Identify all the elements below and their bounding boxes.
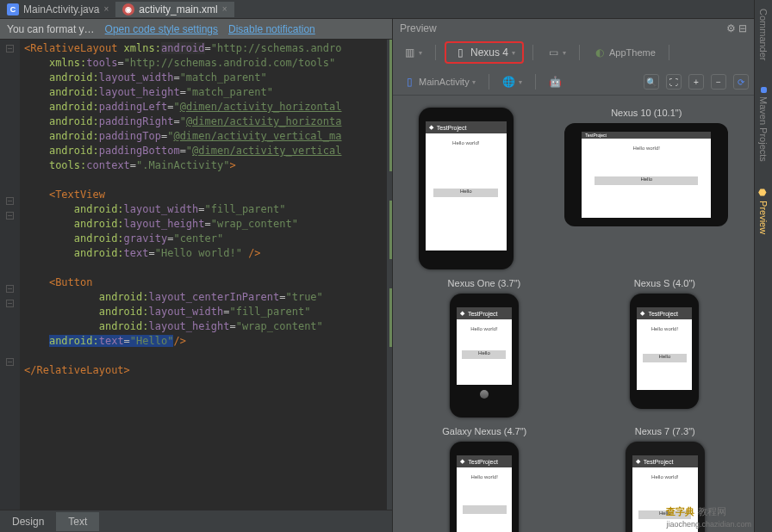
maven-icon bbox=[761, 87, 767, 93]
editor-bottom-tabs: Design Text bbox=[0, 510, 392, 532]
zoom-out-button[interactable]: − bbox=[711, 74, 726, 90]
zoom-actual-button[interactable]: 🔍 bbox=[644, 74, 659, 90]
activity-selector[interactable]: ▯MainActivity▾ bbox=[398, 72, 480, 91]
device-selector[interactable]: ▯ Nexus 4 ▾ bbox=[445, 41, 524, 64]
device-icon: ▯ bbox=[453, 46, 467, 59]
sidebar-item-maven[interactable]: Maven Projects bbox=[758, 87, 769, 162]
gear-icon[interactable]: ⚙ ⊟ bbox=[726, 22, 747, 34]
close-icon[interactable]: × bbox=[222, 4, 227, 14]
fold-icon[interactable] bbox=[6, 300, 14, 307]
preview-toolbar: ▥▾ ▯ Nexus 4 ▾ ▭▾ ◐AppTheme ▯MainActivit… bbox=[393, 38, 754, 96]
activity-icon: ▯ bbox=[402, 75, 416, 89]
android-version-button[interactable]: 🤖 bbox=[545, 72, 567, 91]
fold-icon[interactable] bbox=[6, 212, 14, 220]
editor-tabbar: C MainActivity.java × ◉ activity_main.xm… bbox=[0, 0, 754, 19]
format-notification-bar: You can format y… Open code style settin… bbox=[0, 19, 392, 40]
java-file-icon: C bbox=[7, 3, 19, 15]
tab-activitymain[interactable]: ◉ activity_main.xml × bbox=[115, 2, 233, 17]
sidebar-item-preview[interactable]: ⬣ Preview bbox=[758, 187, 769, 234]
device-preview-nexus4[interactable]: ◆TestProject Hello world! Hello bbox=[419, 108, 514, 269]
device-preview-nexus10[interactable]: Nexus 10 (10.1") TestProject Hello world… bbox=[564, 108, 728, 269]
tab-design[interactable]: Design bbox=[0, 512, 56, 531]
watermark: 查字典 教程网 jiaocheng.chazidian.com bbox=[666, 505, 751, 529]
orientation-icon: ▭ bbox=[546, 46, 560, 59]
home-button-icon bbox=[480, 390, 489, 399]
fold-icon[interactable] bbox=[6, 358, 14, 366]
fold-icon[interactable] bbox=[6, 197, 14, 205]
xml-file-icon: ◉ bbox=[122, 3, 134, 15]
chevron-down-icon: ▾ bbox=[512, 49, 515, 57]
fold-icon[interactable] bbox=[6, 45, 14, 53]
gutter bbox=[0, 40, 21, 510]
orientation-button[interactable]: ▭▾ bbox=[542, 43, 570, 62]
tab-text[interactable]: Text bbox=[56, 512, 99, 531]
zoom-fit-button[interactable]: ⛶ bbox=[666, 74, 682, 90]
fold-icon[interactable] bbox=[6, 285, 14, 293]
close-icon[interactable]: × bbox=[103, 4, 109, 14]
tab-mainactivity[interactable]: C MainActivity.java × bbox=[0, 2, 115, 17]
device-preview-nexusone[interactable]: Nexus One (3.7") ◆TestProject Hello worl… bbox=[448, 278, 521, 418]
configuration-button[interactable]: ▥▾ bbox=[398, 43, 426, 62]
device-preview-canvas: ◆TestProject Hello world! Hello Nexus 10… bbox=[393, 96, 754, 532]
locale-button[interactable]: 🌐▾ bbox=[498, 72, 526, 91]
code-text[interactable]: <RelativeLayout xmlns:android="http://sc… bbox=[21, 40, 387, 510]
code-editor: <RelativeLayout xmlns:android="http://sc… bbox=[0, 40, 392, 510]
globe-icon: 🌐 bbox=[502, 75, 516, 89]
sidebar-item-commander[interactable]: Commander bbox=[758, 9, 769, 61]
disable-notification-link[interactable]: Disable notification bbox=[228, 23, 315, 35]
refresh-button[interactable]: ⟳ bbox=[733, 74, 749, 90]
right-tool-strip: Commander Maven Projects ⬣ Preview bbox=[754, 0, 772, 532]
android-icon: 🤖 bbox=[549, 75, 563, 89]
page-icon: ▥ bbox=[402, 46, 416, 59]
device-preview-nexuss[interactable]: Nexus S (4.0") ◆TestProject Hello world!… bbox=[630, 278, 699, 418]
open-code-style-link[interactable]: Open code style settings bbox=[105, 23, 218, 35]
device-preview-galaxynexus[interactable]: Galaxy Nexus (4.7") ◆TestProject Hello w… bbox=[442, 426, 526, 532]
theme-selector[interactable]: ◐AppTheme bbox=[588, 43, 660, 62]
preview-title: Preview bbox=[400, 22, 437, 34]
zoom-in-button[interactable]: + bbox=[688, 74, 704, 90]
preview-header: Preview ⚙ ⊟ bbox=[393, 19, 754, 38]
notification-message: You can format y… bbox=[7, 23, 95, 35]
theme-icon: ◐ bbox=[593, 46, 607, 59]
